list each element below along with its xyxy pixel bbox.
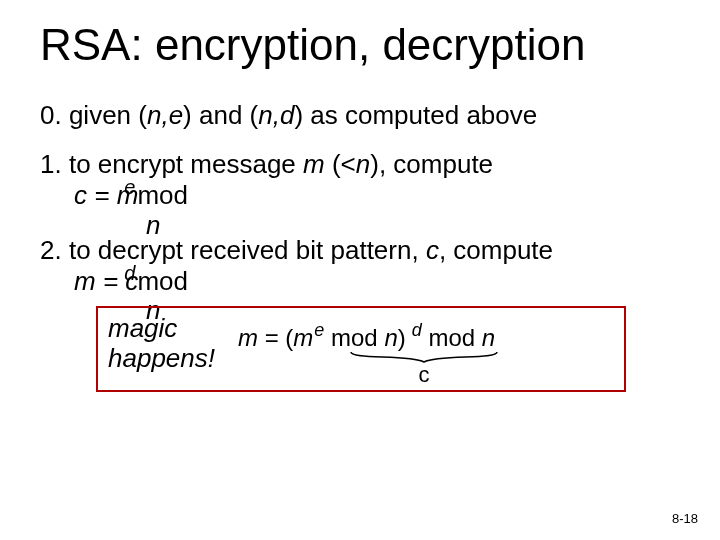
underbrace: c xyxy=(344,350,504,388)
step0-d: d xyxy=(280,100,294,130)
f2-d: d xyxy=(124,262,135,284)
magic-equation: m = (me mod n) d mod n xyxy=(238,324,495,352)
step0-label: 0. given ( xyxy=(40,100,147,130)
eq-m2: m xyxy=(293,324,313,351)
magic-left: magic happens! xyxy=(108,314,228,374)
f1-e: e xyxy=(124,176,135,198)
step-0: 0. given (n,e) and (n,d) as computed abo… xyxy=(40,100,680,131)
slide: RSA: encryption, decryption 0. given (n,… xyxy=(0,0,720,540)
eq-mod1: mod xyxy=(324,324,384,351)
step1-n: n xyxy=(356,149,370,179)
step0-mid: ) and ( xyxy=(183,100,258,130)
eq-e: e xyxy=(314,320,324,340)
f2-m: m = xyxy=(74,266,125,296)
step0-n: n, xyxy=(147,100,169,130)
page-number: 8-18 xyxy=(672,511,698,526)
step-1: 1. to encrypt message m (<n), compute c … xyxy=(40,149,680,241)
step1-formula: c = me mod n xyxy=(74,180,680,240)
step0-e: e xyxy=(169,100,183,130)
eq-m: m xyxy=(238,324,258,351)
slide-body: 0. given (n,e) and (n,d) as computed abo… xyxy=(40,100,680,326)
magic-box: magic happens! m = (me mod n) d mod n c xyxy=(96,306,626,392)
magic-l2: happens! xyxy=(108,343,215,373)
eq-mod2: mod xyxy=(422,324,482,351)
eq-n2: n xyxy=(482,324,495,351)
step0-tail: ) as computed above xyxy=(294,100,537,130)
step1-cond2: ), compute xyxy=(370,149,493,179)
eq-d: d xyxy=(407,320,422,340)
f1-n: n xyxy=(146,210,680,241)
slide-title: RSA: encryption, decryption xyxy=(40,20,585,70)
step1-cond: (< xyxy=(325,149,356,179)
f1-c: c = xyxy=(74,180,117,210)
step0-n2: n, xyxy=(258,100,280,130)
eq-close: ) xyxy=(398,324,406,351)
magic-l1: magic xyxy=(108,313,177,343)
step1-m: m xyxy=(303,149,325,179)
eq-n1: n xyxy=(384,324,397,351)
brace-label: c xyxy=(344,362,504,388)
f1-mod: mod xyxy=(137,180,188,211)
step1-line: 1. to encrypt message xyxy=(40,149,303,179)
eq-eq: = ( xyxy=(258,324,293,351)
f2-mod: mod xyxy=(137,266,188,297)
